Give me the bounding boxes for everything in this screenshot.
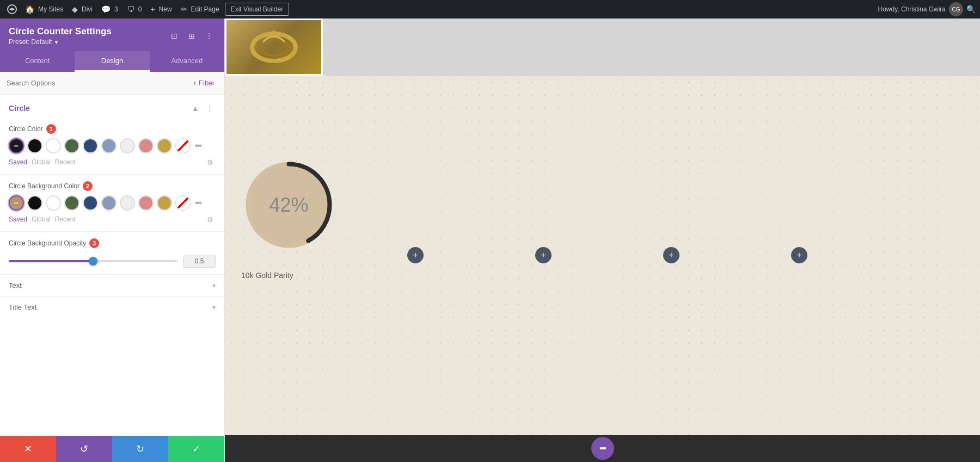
title-text-section[interactable]: Title Text ▾ [0, 296, 224, 318]
section-more-icon[interactable]: ⋮ [204, 102, 216, 114]
color-swatch-light-grey[interactable] [120, 138, 135, 153]
title-text-section-title: Title Text [9, 303, 36, 311]
undo-icon: ↺ [80, 443, 88, 455]
circle-counter-widget: 42% 10k Gold Parity [241, 157, 336, 280]
add-column-btn-1[interactable]: + [407, 247, 424, 263]
title-text-chevron-icon: ▾ [212, 304, 216, 311]
opacity-value[interactable]: 0.5 [183, 255, 216, 268]
global-colors-btn[interactable]: Global [32, 158, 51, 166]
bg-color-swatch-pink[interactable] [138, 195, 154, 211]
panel-header: Circle Counter Settings Preset: Default … [0, 19, 224, 51]
circle-bg-color-swatches: ✏ ••• [9, 195, 216, 211]
circle-bg-color-field: Circle Background Color 2 ✏ [0, 177, 224, 229]
section-collapse-icon[interactable]: ▲ [189, 102, 201, 114]
bg-more-swatches-icon[interactable]: ••• [194, 198, 202, 208]
settings-panel: Circle Counter Settings Preset: Default … [0, 19, 225, 462]
color-swatch-white[interactable] [46, 138, 61, 153]
tab-advanced[interactable]: Advanced [150, 51, 224, 72]
color-swatch-blue-dark[interactable] [83, 138, 98, 153]
wp-admin-bar: 🏠 My Sites ◆ Divi 💬 3 🗨 0 + New ✏ Edit P… [0, 0, 980, 19]
circle-color-badge: 1 [46, 124, 56, 134]
save-button[interactable]: ✓ [168, 436, 224, 462]
undo-button[interactable]: ↺ [56, 436, 112, 462]
user-info: Howdy, Christina Gwira CG 🔍 [878, 2, 976, 16]
redo-icon: ↻ [136, 443, 144, 455]
text-section-title: Text [9, 281, 22, 289]
search-input[interactable] [7, 79, 185, 87]
more-swatches-icon[interactable]: ••• [194, 141, 202, 151]
more-options-icon[interactable]: ⋮ [203, 29, 216, 42]
circle-section-header: Circle ▲ ⋮ [0, 95, 224, 120]
color-swatch-green[interactable] [64, 138, 79, 153]
bg-color-swatch-gold[interactable] [157, 195, 172, 211]
bg-color-swatch-white[interactable] [46, 195, 61, 211]
circle-bg-opacity-field: Circle Background Opacity 3 0.5 [0, 234, 224, 274]
canvas-main: 42% 10k Gold Parity + + + + [225, 76, 980, 435]
color-swatch-black[interactable] [27, 138, 42, 153]
circle-percent-text: 42% [269, 194, 308, 217]
circle-counter: 42% [241, 157, 336, 252]
avatar: CG [949, 2, 963, 16]
circle-bg-color-label: Circle Background Color 2 [9, 181, 216, 191]
circle-color-field: Circle Color 1 ✏ [0, 120, 224, 172]
recent-colors-btn[interactable]: Recent [55, 158, 76, 166]
bg-color-swatch-black[interactable] [27, 195, 42, 211]
search-icon[interactable]: 🔍 [966, 5, 976, 14]
bg-color-swatch-blue-light[interactable] [101, 195, 117, 211]
circle-bg-opacity-badge: 3 [89, 238, 99, 248]
color-swatch-blue-light[interactable] [101, 138, 117, 153]
preset-selector[interactable]: Preset: Default ▼ [9, 38, 112, 46]
canvas-area: 42% 10k Gold Parity + + + + ••• [225, 19, 980, 462]
new-menu[interactable]: + New [147, 0, 175, 19]
comments-menu[interactable]: 💬 3 [98, 0, 121, 19]
fullscreen-icon[interactable]: ⊡ [168, 29, 181, 42]
bg-color-picker-swatch[interactable]: ✏ [9, 195, 24, 211]
bg-color-swatch-blue-dark[interactable] [83, 195, 98, 211]
saved-colors-btn[interactable]: Saved [9, 158, 27, 166]
panel-title: Circle Counter Settings [9, 26, 112, 37]
filter-button[interactable]: + Filter [189, 77, 218, 89]
canvas-footer: ••• [225, 435, 980, 462]
add-column-btn-3[interactable]: + [663, 247, 679, 263]
bg-color-swatch-light-grey[interactable] [120, 195, 135, 211]
comments2-menu[interactable]: 🗨 0 [124, 0, 145, 19]
floating-menu-button[interactable]: ••• [591, 437, 614, 460]
color-settings-icon[interactable]: ⚙ [205, 157, 216, 168]
split-view-icon[interactable]: ⊞ [185, 29, 198, 42]
opacity-slider-thumb[interactable] [89, 257, 97, 266]
add-column-btn-4[interactable]: + [791, 247, 807, 263]
text-section[interactable]: Text ▾ [0, 274, 224, 296]
bg-recent-colors-btn[interactable]: Recent [55, 215, 76, 223]
bg-global-colors-btn[interactable]: Global [32, 215, 51, 223]
divi-menu[interactable]: ◆ Divi [69, 0, 96, 19]
opacity-slider-track[interactable] [9, 260, 177, 262]
preset-chevron-icon: ▼ [53, 39, 59, 45]
bg-color-swatch-transparent[interactable] [175, 195, 191, 211]
wp-logo-icon[interactable] [4, 2, 20, 17]
bg-color-swatch-green[interactable] [64, 195, 79, 211]
cancel-icon: ✕ [24, 443, 32, 455]
circle-bg-opacity-label: Circle Background Opacity 3 [9, 238, 216, 248]
color-swatch-pink[interactable] [138, 138, 154, 153]
color-swatch-gold[interactable] [157, 138, 172, 153]
search-bar: + Filter [0, 72, 224, 95]
add-column-btn-2[interactable]: + [535, 247, 552, 263]
color-swatch-transparent[interactable] [175, 138, 191, 153]
panel-tabs: Content Design Advanced [0, 51, 224, 72]
tab-design[interactable]: Design [75, 51, 149, 72]
bg-saved-colors-btn[interactable]: Saved [9, 215, 27, 223]
exit-visual-builder-button[interactable]: Exit Visual Builder [225, 3, 290, 16]
edit-page-menu[interactable]: ✏ Edit Page [177, 0, 223, 19]
cancel-button[interactable]: ✕ [0, 436, 56, 462]
opacity-slider-row: 0.5 [9, 252, 216, 270]
bg-color-settings-icon[interactable]: ⚙ [205, 214, 216, 225]
bottom-toolbar: ✕ ↺ ↻ ✓ [0, 436, 224, 462]
circle-color-label: Circle Color 1 [9, 124, 216, 134]
canvas-top-strip [225, 19, 980, 76]
panel-content: Circle ▲ ⋮ Circle Color 1 ✏ [0, 95, 224, 436]
circle-bg-color-badge: 2 [83, 181, 93, 191]
color-picker-swatch[interactable]: ✏ [9, 138, 24, 153]
tab-content[interactable]: Content [0, 51, 75, 72]
redo-button[interactable]: ↻ [112, 436, 168, 462]
my-sites-menu[interactable]: 🏠 My Sites [22, 0, 66, 19]
